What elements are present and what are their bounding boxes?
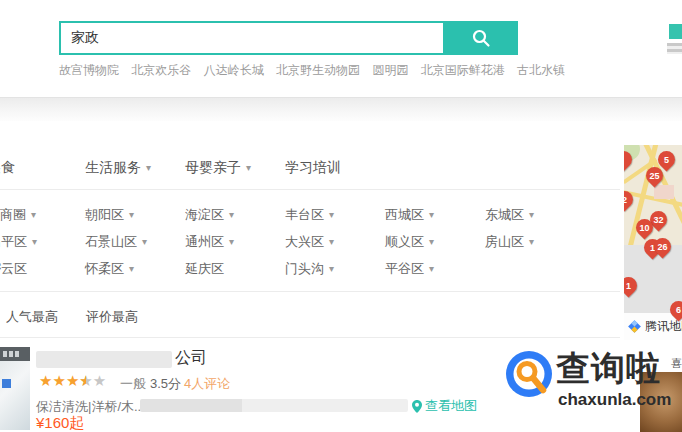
district-filter-huairou[interactable]: 怀柔区 (85, 260, 134, 278)
suggestion-link[interactable]: 故宫博物院 (59, 63, 119, 77)
map-pin[interactable]: 2 (624, 187, 637, 211)
redacted-address-block (140, 399, 408, 412)
divider (0, 337, 620, 338)
thumbnail-caption (0, 347, 30, 361)
category-filter-life-services[interactable]: 生活服务 (85, 159, 151, 177)
rating-score: 3.5分 (150, 375, 181, 393)
search-button[interactable] (443, 21, 518, 55)
sort-tab-popularity[interactable]: 人气最高 (6, 308, 58, 326)
district-filter-shunyi[interactable]: 顺义区 (385, 233, 434, 251)
district-filter-tongzhou[interactable]: 通州区 (185, 233, 234, 251)
search-suggestions: 故宫博物院 北京欢乐谷 八达岭长城 北京野生动物园 圆明园 北京国际鲜花港 古北… (59, 62, 574, 79)
map-widget[interactable]: 腾讯地图 5 25 2 32 10 1 26 1 6 (624, 145, 682, 340)
reviews-link[interactable]: 4人评论 (184, 375, 230, 393)
category-filter-training[interactable]: 学习培训 (285, 159, 341, 177)
page: 故宫博物院 北京欢乐谷 八达岭长城 北京野生动物园 圆明园 北京国际鲜花港 古北… (0, 0, 682, 432)
rating-text: 一般 (120, 375, 146, 393)
clipped-corner-text (667, 43, 682, 54)
star-full-icon: ★ (66, 372, 79, 389)
suggestion-link[interactable]: 北京欢乐谷 (131, 63, 191, 77)
map-attribution-label: 腾讯地图 (645, 318, 682, 335)
listing-title-suffix[interactable]: 公司 (175, 348, 207, 369)
search-icon (471, 28, 491, 48)
star-empty-icon: ★ (93, 372, 106, 389)
district-filter-fengtai[interactable]: 丰台区 (285, 206, 334, 224)
suggestion-link[interactable]: 圆明园 (372, 63, 408, 77)
suggestion-link[interactable]: 北京国际鲜花港 (421, 63, 505, 77)
watermark-title: 查询啦 (556, 346, 661, 392)
map-pin[interactable]: 10 (632, 215, 656, 239)
district-filter-daxing[interactable]: 大兴区 (285, 233, 334, 251)
star-rating: ★★★★★★ (39, 373, 106, 389)
district-filter-fangshan[interactable]: 房山区 (485, 233, 534, 251)
view-map-link[interactable]: 查看地图 (412, 397, 477, 415)
divider (0, 189, 620, 190)
district-filter-miyun[interactable]: 密云区 (0, 260, 27, 278)
listing-price: ¥160起 (36, 414, 84, 432)
suggestion-link[interactable]: 古北水镇 (517, 63, 565, 77)
listing-thumbnail[interactable] (0, 347, 30, 430)
map-pin[interactable]: 26 (650, 234, 674, 258)
star-full-icon: ★ (39, 372, 52, 389)
tencent-map-logo-icon (627, 319, 642, 334)
district-filter-pinggu[interactable]: 平谷区 (385, 260, 434, 278)
sort-tab-rating[interactable]: 评价最高 (86, 308, 138, 326)
district-filter-haidian[interactable]: 海淀区 (185, 206, 234, 224)
divider (0, 291, 620, 292)
district-filter-shijingshan[interactable]: 石景山区 (85, 233, 147, 251)
district-filter-mentougou[interactable]: 门头沟 (285, 260, 334, 278)
map-pin[interactable]: 25 (642, 163, 666, 187)
location-pin-icon (412, 400, 422, 413)
redacted-title-block (36, 351, 172, 368)
district-filter-yanqing[interactable]: 延庆区 (185, 260, 224, 278)
map-block (654, 185, 674, 199)
search-input[interactable] (59, 21, 443, 55)
star-half-icon: ★★ (79, 373, 92, 389)
site-watermark: 查询啦 chaxunla.com (505, 348, 670, 428)
district-filter-dongcheng[interactable]: 东城区 (485, 206, 534, 224)
watermark-domain: chaxunla.com (558, 390, 671, 410)
district-filter-xicheng[interactable]: 西城区 (385, 206, 434, 224)
district-filter-shangquan[interactable]: 热门商圈 (0, 206, 36, 224)
district-filter-chaoyang[interactable]: 朝阳区 (85, 206, 134, 224)
thumbnail-detail (2, 379, 11, 388)
category-filter-mother-baby[interactable]: 母婴亲子 (185, 159, 251, 177)
star-full-icon: ★ (52, 372, 65, 389)
section-separator (0, 97, 682, 121)
clipped-corner-button[interactable] (669, 24, 682, 39)
background-glyph: 喜 (671, 356, 682, 371)
chaxunla-logo-icon (505, 350, 553, 398)
district-filter-changping[interactable]: 昌平区 (0, 233, 37, 251)
view-map-label: 查看地图 (425, 397, 477, 415)
category-filter-food[interactable]: 美食 (0, 159, 15, 177)
suggestion-link[interactable]: 北京野生动物园 (276, 63, 360, 77)
suggestion-link[interactable]: 八达岭长城 (204, 63, 264, 77)
